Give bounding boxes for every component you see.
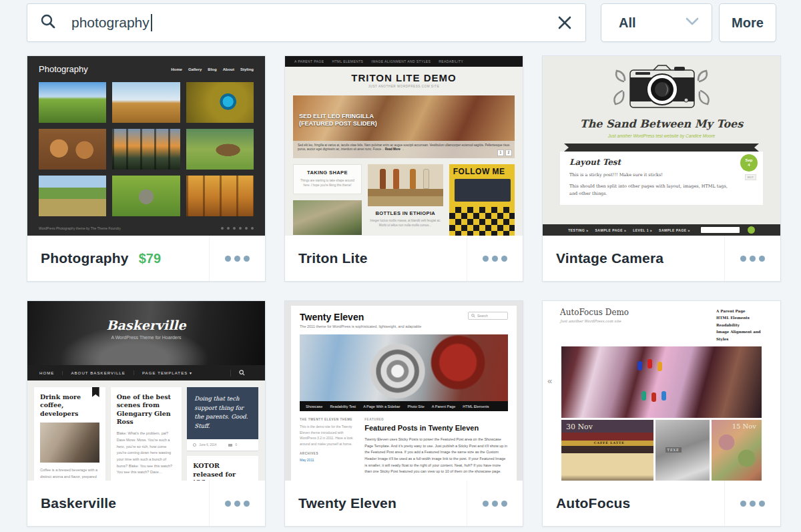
- theme-options-button[interactable]: [467, 481, 523, 526]
- theme-screenshot-vintage-camera[interactable]: The Sand Between My Toes Just another Wo…: [543, 56, 780, 236]
- ellipsis-icon: [225, 256, 231, 262]
- preview-nav-item: SAMPLE PAGE »: [659, 228, 690, 232]
- preview-archive-link: May 2011: [300, 458, 356, 462]
- ellipsis-icon: [483, 256, 489, 262]
- preview-post-text: Integer luctus mollis massa, at blandit …: [368, 218, 443, 228]
- search-icon: [230, 370, 253, 376]
- theme-screenshot-twenty-eleven[interactable]: Twenty Eleven The 2011 theme for WordPre…: [285, 301, 523, 481]
- theme-options-button[interactable]: [467, 236, 523, 281]
- preview-nav-item: LEVEL 1 »: [633, 228, 652, 232]
- preview-nav-item: Styling: [240, 67, 254, 71]
- more-button-label: More: [732, 15, 764, 31]
- ellipsis-icon: [740, 256, 746, 262]
- preview-post-text: Coffee is a brewed beverage with a disti…: [40, 467, 99, 481]
- photo-thumbnail: [368, 164, 443, 206]
- preview-search-box: [701, 227, 740, 233]
- photo-thumbnail: FOLLOW ME: [449, 164, 515, 236]
- ellipsis-icon: [759, 256, 765, 262]
- date-day: 4: [748, 163, 750, 168]
- comment-icon: [228, 444, 232, 447]
- preview-post-title: Drink more coffee, developers: [40, 393, 95, 418]
- preview-nav-item: Gallery: [188, 67, 202, 71]
- photo-thumbnail: [39, 82, 106, 123]
- preview-site-tagline: Just another WordPress.com site: [560, 319, 629, 323]
- theme-options-button[interactable]: [724, 236, 780, 281]
- theme-card-vintage-camera: The Sand Between My Toes Just another Wo…: [542, 55, 781, 282]
- preview-widget-title: ARCHIVES: [300, 452, 356, 455]
- preview-photo-text: FOLLOW ME: [453, 167, 512, 176]
- theme-search-bar: photography All More: [27, 3, 776, 42]
- photo-thumbnail: [39, 176, 106, 216]
- preview-site-logo: Baskerville: [27, 318, 265, 332]
- photo-thumbnail: [112, 82, 180, 123]
- preview-post-title: BOTTLES IN ETHIOPIA: [368, 210, 443, 216]
- ellipsis-icon: [759, 501, 765, 507]
- preview-post-text: Twenty Eleven uses Sticky Posts to power…: [364, 437, 508, 475]
- theme-options-button[interactable]: [724, 481, 780, 526]
- preview-nav-item: About: [223, 67, 234, 71]
- preview-header-image: [300, 334, 508, 401]
- preview-post-meta: June 6, 2014 0: [187, 439, 258, 451]
- preview-nav-item: HTML ELEMENTS: [332, 59, 363, 63]
- theme-screenshot-triton-lite[interactable]: A PARENT PAGE HTML ELEMENTS IMAGE ALIGNM…: [285, 56, 523, 236]
- photo-thumbnail: [186, 82, 254, 123]
- preview-prev-arrow: «: [547, 376, 552, 386]
- theme-name: Twenty Eleven: [298, 495, 396, 511]
- more-button[interactable]: More: [719, 3, 776, 42]
- ellipsis-icon: [492, 256, 498, 262]
- photo-thumbnail: [39, 129, 106, 170]
- ellipsis-icon: [234, 501, 240, 507]
- photo-date-caption: 15 Nov: [732, 423, 756, 430]
- ellipsis-icon: [740, 501, 746, 507]
- bookmark-icon: [92, 387, 99, 397]
- theme-name: Vintage Camera: [556, 250, 663, 266]
- date-month: Sep: [745, 158, 752, 163]
- search-input[interactable]: photography: [27, 3, 586, 42]
- photo-thumbnail: TEXE: [655, 420, 710, 481]
- ellipsis-icon: [234, 256, 240, 262]
- theme-name: AutoFocus: [556, 495, 630, 511]
- preview-slider-pagination: 1 2: [497, 150, 512, 156]
- preview-top-nav: A PARENT PAGE HTML ELEMENTS IMAGE ALIGNM…: [285, 56, 523, 67]
- preview-nav: Showcase Readability Test A Page With a …: [300, 401, 508, 411]
- preview-site-tagline: Just another WordPress test website by C…: [543, 134, 780, 138]
- photo-thumbnail: [112, 176, 180, 216]
- theme-options-button[interactable]: [209, 236, 265, 281]
- ellipsis-icon: [750, 256, 756, 262]
- preview-nav-item: A Page With a Sidebar: [363, 405, 400, 409]
- theme-card-twenty-eleven: Twenty Eleven The 2011 theme for WordPre…: [284, 300, 523, 527]
- post-date: June 6, 2014: [199, 443, 216, 447]
- preview-search-box: Search: [468, 312, 508, 320]
- photo-thumbnail: [186, 129, 254, 170]
- preview-continue-link: Continue Reading →: [117, 480, 176, 481]
- preview-nav-item: Showcase: [306, 405, 322, 409]
- preview-site-title: AutoFocus Demo: [560, 308, 629, 317]
- preview-post-title: Layout Test: [569, 158, 754, 167]
- photo-date-caption: 30 Nov: [566, 423, 593, 431]
- preview-site-tagline: The 2011 theme for WordPress is sophisti…: [300, 324, 421, 328]
- preview-post-title: Featured Posts in Twenty Eleven: [364, 424, 508, 432]
- theme-card-autofocus: AutoFocus Demo Just another WordPress.co…: [542, 300, 781, 527]
- machine-label-text: TEXE: [665, 447, 682, 453]
- preview-bottom-nav: TESTING » SAMPLE PAGE » LEVEL 1 » SAMPLE…: [543, 224, 780, 236]
- filter-dropdown[interactable]: All: [601, 3, 712, 42]
- preview-quote-card: Doing that tech support thing for the pa…: [187, 387, 258, 439]
- ellipsis-icon: [492, 501, 498, 507]
- ellipsis-icon: [225, 501, 231, 507]
- preview-nav-item: ABOUT BASKERVILLE: [62, 371, 134, 375]
- theme-screenshot-photography[interactable]: Photography Home Gallery Blog About Styl…: [27, 56, 265, 236]
- theme-card-photography: Photography Home Gallery Blog About Styl…: [27, 55, 266, 282]
- theme-screenshot-autofocus[interactable]: AutoFocus Demo Just another WordPress.co…: [543, 301, 780, 481]
- theme-screenshot-baskerville[interactable]: Baskerville A WordPress Theme for Hoarde…: [27, 301, 265, 481]
- preview-search-button: [748, 226, 755, 234]
- chevron-down-icon: [685, 17, 700, 29]
- search-query-text[interactable]: photography: [71, 14, 152, 31]
- preview-nav-item: HTML Elements: [716, 314, 768, 321]
- preview-photo-grid: [39, 82, 254, 216]
- preview-nav-item: A Parent Page: [432, 405, 455, 409]
- theme-options-button[interactable]: [209, 481, 265, 526]
- preview-nav-item: SAMPLE PAGE »: [595, 228, 627, 232]
- preview-nav-item: READABILITY: [439, 59, 463, 63]
- clear-search-icon[interactable]: [556, 14, 573, 31]
- ellipsis-icon: [244, 501, 250, 507]
